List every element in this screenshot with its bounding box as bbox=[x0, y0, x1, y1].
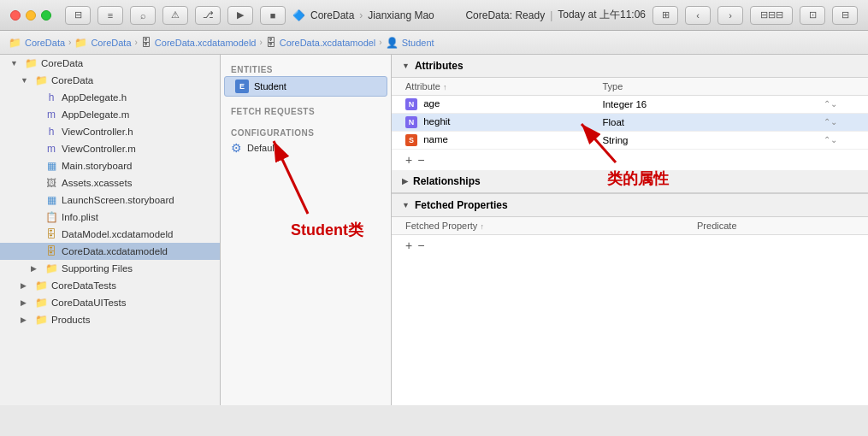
sidebar-item-launchscreen[interactable]: ▦ LaunchScreen.storyboard bbox=[0, 191, 220, 209]
folder-icon-6: 📁 bbox=[34, 314, 48, 326]
grid-view-button[interactable]: ⊞ bbox=[652, 6, 678, 25]
debug-button[interactable]: ⊟ bbox=[832, 6, 858, 25]
sidebar-item-products[interactable]: ▶ 📁 Products bbox=[0, 311, 220, 328]
type-stepper[interactable]: ⌃⌄ bbox=[824, 135, 837, 144]
sidebar-item-viewcontroller-m[interactable]: m ViewController.m bbox=[0, 140, 220, 157]
close-button[interactable] bbox=[10, 10, 21, 21]
attributes-arrow bbox=[402, 62, 410, 70]
bc-item-4[interactable]: CoreData.xcdatamodel bbox=[280, 38, 376, 48]
folder-icon-4: 📁 bbox=[34, 280, 48, 292]
entity-icon: E bbox=[235, 80, 249, 93]
minimize-button[interactable] bbox=[26, 10, 36, 21]
sidebar: ▼ 📁 CoreData ▼ 📁 CoreData h AppDelegate.… bbox=[0, 55, 221, 405]
attributes-table: Attribute ↑ Type N age Integer 16 ⌃⌄ N h… bbox=[392, 78, 868, 150]
attr-type: String bbox=[602, 135, 628, 145]
source-control-button[interactable]: ⎇ bbox=[195, 6, 221, 25]
attributes-section: Attributes Attribute ↑ Type bbox=[392, 55, 868, 170]
app-icon: 🔷 bbox=[292, 9, 305, 21]
bc-icon-2: 📁 bbox=[74, 37, 87, 49]
entity-student[interactable]: E Student bbox=[224, 76, 387, 97]
attr-name: name bbox=[423, 134, 448, 144]
relationships-header: Relationships bbox=[413, 175, 481, 187]
sidebar-item-assets[interactable]: 🖼 Assets.xcassets bbox=[0, 174, 220, 191]
app-window: ⊟ ≡ ⌕ ⚠ ⎇ ▶ ■ 🔷 CoreData › Jianxiang Mao… bbox=[0, 0, 868, 436]
configuration-default[interactable]: ⚙ Default bbox=[221, 139, 391, 156]
warning-button[interactable]: ⚠ bbox=[162, 6, 188, 25]
bc-item-3[interactable]: CoreData.xcdatamodeld bbox=[155, 38, 257, 48]
bc-icon-4: 🗄 bbox=[266, 37, 276, 49]
titlebar-center: 🔷 CoreData › Jianxiang Mao CoreData: Rea… bbox=[292, 8, 646, 22]
attr-type: Integer 16 bbox=[602, 99, 647, 109]
table-row[interactable]: N heghit Float ⌃⌄ bbox=[392, 114, 868, 132]
fetch-requests-header: FETCH REQUESTS bbox=[221, 103, 391, 118]
run-button[interactable]: ▶ bbox=[227, 6, 253, 25]
fetched-properties-collapse[interactable]: Fetched Properties bbox=[392, 194, 868, 217]
attr-col-header: Attribute ↑ bbox=[392, 78, 588, 96]
fetched-properties-arrow bbox=[402, 201, 410, 209]
right-panel: Attributes Attribute ↑ Type bbox=[392, 55, 868, 405]
h-file-icon-2: h bbox=[44, 126, 58, 138]
relationships-collapse[interactable]: Relationships bbox=[392, 170, 868, 193]
remove-attribute-button[interactable]: − bbox=[417, 153, 424, 167]
forward-button[interactable]: › bbox=[717, 6, 743, 25]
fetched-prop-col-header: Fetched Property ↑ bbox=[392, 217, 683, 235]
storyboard-icon: ▦ bbox=[44, 160, 58, 172]
attr-name: age bbox=[423, 98, 440, 109]
attributes-add-remove: + − bbox=[392, 150, 868, 170]
bc-icon-5: 👤 bbox=[386, 37, 399, 49]
config-icon: ⚙ bbox=[231, 141, 242, 155]
navigator-button[interactable]: ≡ bbox=[97, 6, 123, 25]
table-row[interactable]: N age Integer 16 ⌃⌄ bbox=[392, 96, 868, 114]
plist-icon: 📋 bbox=[44, 211, 58, 223]
fetched-properties-table: Fetched Property ↑ Predicate bbox=[392, 217, 868, 235]
sidebar-coredata-label: CoreData bbox=[51, 75, 220, 85]
add-attribute-button[interactable]: + bbox=[405, 153, 412, 167]
remove-fetched-button[interactable]: − bbox=[417, 239, 424, 252]
entity-name: Student bbox=[254, 81, 286, 91]
type-stepper[interactable]: ⌃⌄ bbox=[824, 117, 837, 127]
inspector-button[interactable]: ⊡ bbox=[800, 6, 825, 25]
sidebar-item-info-plist[interactable]: 📋 Info.plist bbox=[0, 209, 220, 226]
xcassets-icon: 🖼 bbox=[44, 177, 58, 189]
stop-button[interactable]: ■ bbox=[260, 6, 286, 25]
folder-icon-2: 📁 bbox=[34, 74, 48, 86]
editor-button[interactable]: ⊟⊟⊟ bbox=[750, 6, 793, 25]
attributes-header: Attributes bbox=[415, 60, 464, 72]
sidebar-item-supporting-files[interactable]: ▶ 📁 Supporting Files bbox=[0, 260, 220, 277]
bc-item-1[interactable]: CoreData bbox=[25, 38, 65, 48]
sidebar-item-coredatatests[interactable]: ▶ 📁 CoreDataTests bbox=[0, 277, 220, 294]
folder-icon: 📁 bbox=[24, 57, 38, 69]
sidebar-item-datamodel-xcdatamodeld[interactable]: 🗄 DataModel.xcdatamodeld bbox=[0, 226, 220, 243]
table-row[interactable]: S name String ⌃⌄ bbox=[392, 132, 868, 150]
breadcrumb: 📁 CoreData › 📁 CoreData › 🗄 CoreData.xcd… bbox=[0, 31, 868, 55]
attributes-collapse[interactable]: Attributes bbox=[392, 55, 868, 78]
sidebar-item-main-storyboard[interactable]: ▦ Main.storyboard bbox=[0, 157, 220, 174]
sidebar-toggle-button[interactable]: ⊟ bbox=[65, 6, 91, 25]
add-fetched-button[interactable]: + bbox=[405, 239, 412, 252]
bc-item-2[interactable]: CoreData bbox=[91, 38, 131, 48]
bc-icon-3: 🗄 bbox=[141, 37, 151, 49]
storyboard-icon-2: ▦ bbox=[44, 194, 58, 206]
sidebar-item-appdelegate-m[interactable]: m AppDelegate.m bbox=[0, 106, 220, 123]
bc-item-5[interactable]: Student bbox=[402, 38, 434, 48]
relationships-arrow bbox=[402, 177, 408, 186]
sidebar-item-coredata-folder[interactable]: ▼ 📁 CoreData bbox=[0, 72, 220, 89]
config-default-label: Default bbox=[247, 143, 277, 153]
relationships-section: Relationships bbox=[392, 170, 868, 194]
attr-badge: N bbox=[405, 98, 417, 110]
predicate-col-header: Predicate bbox=[683, 217, 868, 235]
sidebar-item-root[interactable]: ▼ 📁 CoreData bbox=[0, 55, 220, 72]
maximize-button[interactable] bbox=[41, 10, 51, 21]
expand-arrow: ▼ bbox=[10, 59, 21, 68]
fetched-properties-section: Fetched Properties Fetched Property ↑ Pr… bbox=[392, 194, 868, 256]
sidebar-item-appdelegate-h[interactable]: h AppDelegate.h bbox=[0, 89, 220, 106]
back-button[interactable]: ‹ bbox=[685, 6, 711, 25]
attr-badge: S bbox=[405, 134, 417, 146]
type-stepper[interactable]: ⌃⌄ bbox=[824, 99, 837, 109]
sidebar-item-viewcontroller-h[interactable]: h ViewController.h bbox=[0, 123, 220, 140]
search-button[interactable]: ⌕ bbox=[130, 6, 156, 25]
fetched-add-remove: + − bbox=[392, 235, 868, 256]
sidebar-item-coredataultests[interactable]: ▶ 📁 CoreDataUITests bbox=[0, 294, 220, 311]
sidebar-item-coredata-xcdatamodeld[interactable]: 🗄 CoreData.xcdatamodeld bbox=[0, 243, 220, 260]
attr-badge: N bbox=[405, 116, 417, 128]
